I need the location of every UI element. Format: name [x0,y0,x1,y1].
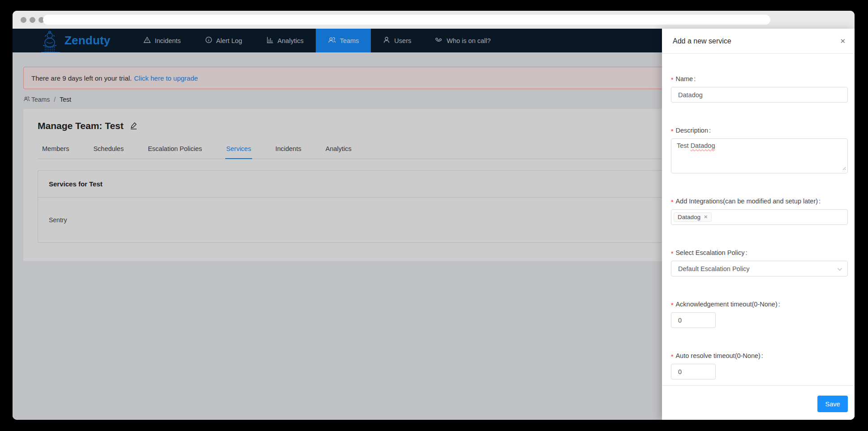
escalation-policy-label: * Select Escalation Policy : [671,248,848,257]
service-name-input[interactable] [671,87,848,103]
chevron-down-icon [837,266,842,273]
ack-timeout-input[interactable] [671,312,716,328]
required-marker: * [671,128,673,135]
auto-resolve-label: * Auto resolve timeout(0-None) : [671,351,848,360]
drawer-header: Add a new service ✕ [662,29,855,54]
escalation-policy-field-group: * Select Escalation Policy : Default Esc… [671,248,848,276]
description-field-group: * Description : Test Datadog [671,126,848,173]
description-text: Test [677,142,691,149]
browser-window: Zenduty Incidents Alert Log [13,11,855,420]
window-close-button[interactable] [21,17,26,23]
add-service-drawer: Add a new service ✕ * Name : * Descripti… [662,29,855,420]
drawer-title: Add a new service [673,37,731,45]
remove-tag-icon[interactable]: ✕ [704,214,708,220]
resize-handle-icon[interactable] [842,164,846,172]
auto-resolve-timeout-input[interactable] [671,364,716,379]
drawer-footer: Save [662,385,855,420]
window-minimize-button[interactable] [30,17,35,23]
integrations-field-group: * Add Integrations(can be modified and s… [671,197,848,225]
name-label: * Name : [671,74,848,83]
required-marker: * [671,198,673,206]
escalation-policy-value: Default Escalation Policy [678,265,750,272]
integration-tag-datadog: Datadog ✕ [674,212,712,222]
drawer-body: * Name : * Description : Test Datadog [662,54,855,379]
browser-chrome [13,11,855,29]
required-marker: * [671,250,673,257]
window-controls [21,11,44,29]
service-description-textarea[interactable]: Test Datadog [671,138,848,173]
auto-resolve-field-group: * Auto resolve timeout(0-None) : [671,351,848,379]
close-icon[interactable]: ✕ [840,37,846,45]
description-misspelled-word: Datadog [691,142,715,149]
required-marker: * [671,302,673,309]
ack-timeout-field-group: * Acknowledgement timeout(0-None) : [671,300,848,328]
required-marker: * [671,76,673,83]
address-bar[interactable] [43,15,770,25]
tag-label: Datadog [678,214,700,220]
name-field-group: * Name : [671,74,848,103]
screenshot-stage: Zenduty Incidents Alert Log [0,0,868,431]
integrations-multiselect[interactable]: Datadog ✕ [671,209,848,225]
ack-timeout-label: * Acknowledgement timeout(0-None) : [671,300,848,309]
required-marker: * [671,353,673,360]
description-label: * Description : [671,126,848,135]
save-button[interactable]: Save [817,396,848,412]
integrations-label: * Add Integrations(can be modified and s… [671,197,848,206]
escalation-policy-select[interactable]: Default Escalation Policy [671,261,848,276]
